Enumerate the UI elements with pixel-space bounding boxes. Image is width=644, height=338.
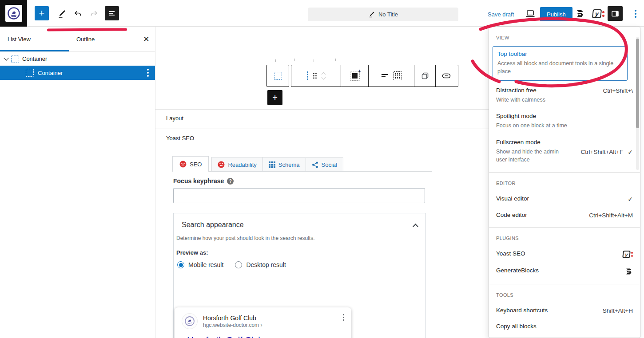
list-view-item-container-parent[interactable]: Container (0, 52, 155, 66)
shortcut-text: Ctrl+Shift+\ (603, 87, 633, 94)
layout-panel-header[interactable]: Layout (166, 115, 183, 122)
generateblocks-icon (625, 267, 633, 275)
redo-icon (89, 9, 99, 19)
select-parent-container-button[interactable] (267, 65, 289, 86)
duplicate-button[interactable] (421, 72, 429, 80)
radio-unselected-icon (235, 261, 242, 268)
radio-desktop-result[interactable]: Desktop result (235, 261, 286, 268)
yoast-tab-readability[interactable]: Readability (211, 157, 262, 172)
yoast-tabs: SEO Readability Schema (172, 156, 432, 172)
menu-item-top-toolbar[interactable]: Top toolbar Access all block and documen… (493, 46, 628, 81)
google-preview-card: Horsforth Golf Club hgc.website-doctor.c… (175, 307, 351, 338)
laptop-icon (525, 9, 536, 19)
container-block-icon (307, 71, 308, 80)
chevron-up-icon (413, 224, 418, 229)
search-appearance-description: Determine how your post should look in t… (174, 232, 425, 241)
preview-button[interactable] (524, 8, 537, 20)
menu-item-generateblocks[interactable]: GenerateBlocks (489, 263, 640, 280)
block-toolbar: + (291, 65, 458, 87)
shortcut-text: Shift+Alt+H (603, 307, 633, 314)
chevron-down-icon (4, 55, 8, 60)
undo-button[interactable] (71, 7, 84, 20)
menu-section-title: VIEW (489, 31, 640, 45)
container-block-icon (11, 55, 19, 63)
menu-item-distraction-free[interactable]: Distraction free Write with calmness Ctr… (489, 83, 640, 108)
list-item-options-icon[interactable] (147, 69, 149, 77)
yoast-icon: y (623, 251, 633, 258)
alignment-button[interactable] (381, 72, 389, 80)
radio-selected-icon (177, 261, 184, 268)
menu-item-fullscreen-mode[interactable]: Fullscreen mode Show and hide the admin … (489, 134, 640, 168)
close-icon: ✕ (143, 35, 149, 44)
list-view-item-container-selected[interactable]: Container (0, 66, 155, 80)
yoast-seo-panel-header[interactable]: Yoast SEO (166, 135, 194, 141)
generateblocks-toolbar-button[interactable] (573, 8, 587, 20)
document-title-field[interactable]: No Title (308, 8, 458, 21)
spacing-button[interactable] (393, 71, 402, 80)
focus-keyphrase-input[interactable] (173, 188, 425, 203)
document-overview-button[interactable] (105, 6, 119, 20)
save-draft-button[interactable]: Save draft (488, 11, 514, 18)
divider (155, 129, 489, 129)
preview-options-icon (343, 314, 344, 321)
quill-icon (368, 11, 375, 18)
block-parent-toolbar (266, 65, 289, 87)
yoast-tab-social[interactable]: Social (306, 157, 343, 172)
menu-item-spotlight-mode[interactable]: Spotlight mode Focus on one block at a t… (489, 108, 640, 134)
preview-url: hgc.website-doctor.com › (203, 322, 262, 328)
menu-item-help[interactable]: Help (489, 334, 640, 338)
redo-button[interactable] (87, 7, 101, 20)
add-block-button[interactable]: + (267, 90, 282, 105)
check-icon: ✓ (628, 196, 633, 203)
drag-handle[interactable] (312, 72, 318, 79)
readability-score-sad-icon (218, 161, 225, 168)
yoast-icon: y (592, 9, 604, 18)
pen-icon (57, 9, 66, 18)
preview-as-radios: Mobile result Desktop result (174, 256, 425, 268)
container-block-type-button[interactable] (307, 72, 308, 80)
search-appearance-header[interactable]: Search appearance (174, 213, 425, 232)
close-list-view-button[interactable]: ✕ (138, 27, 155, 51)
list-view-item-label: Container (22, 55, 47, 62)
menu-item-keyboard-shortcuts[interactable]: Keyboard shortcuts Shift+Alt+H (489, 303, 640, 318)
add-container-button[interactable]: + (350, 71, 360, 81)
sidebar-toggle-icon (611, 10, 619, 18)
share-icon (312, 161, 318, 168)
golf-club-crest-icon (7, 7, 20, 20)
container-block-icon (274, 72, 282, 80)
menu-item-visual-editor[interactable]: Visual editor ✓ (489, 191, 640, 207)
plus-icon: + (358, 68, 361, 74)
yoast-tab-schema[interactable]: Schema (262, 157, 306, 172)
duplicate-icon (421, 72, 429, 80)
edit-tool-button[interactable] (55, 7, 68, 20)
menu-section-view: VIEW Top toolbar Access all block and do… (489, 27, 640, 173)
annotation-red-underline (47, 28, 127, 31)
radio-mobile-result[interactable]: Mobile result (177, 261, 223, 268)
help-icon[interactable]: ? (227, 178, 234, 185)
link-icon (442, 72, 451, 79)
menu-scrollbar-thumb[interactable] (636, 39, 639, 128)
generateblocks-icon (575, 9, 585, 19)
site-icon-button[interactable] (0, 0, 27, 27)
container-block-icon (26, 69, 34, 77)
link-button[interactable] (442, 72, 451, 79)
menu-section-title: TOOLS (489, 288, 640, 303)
settings-sidebar-toggle-button[interactable] (608, 6, 623, 21)
menu-item-code-editor[interactable]: Code editor Ctrl+Shift+Alt+M (489, 207, 640, 223)
yoast-toolbar-button[interactable]: y (591, 8, 605, 19)
undo-icon (73, 9, 83, 19)
block-mover[interactable] (322, 73, 325, 79)
divider (155, 109, 489, 110)
menu-section-title: EDITOR (489, 177, 640, 191)
options-menu-button[interactable] (630, 8, 641, 20)
menu-item-yoast-seo[interactable]: Yoast SEO y (489, 246, 640, 263)
preview-title-link[interactable]: - Horsforth Golf Club (182, 335, 344, 338)
site-logo (5, 5, 22, 22)
block-inserter-button[interactable]: + (35, 6, 49, 20)
drag-dots-icon (312, 72, 318, 79)
menu-item-copy-all-blocks[interactable]: Copy all blocks (489, 318, 640, 334)
list-view-item-label: Container (38, 70, 63, 76)
yoast-tab-seo[interactable]: SEO (172, 156, 209, 172)
list-view-icon (108, 9, 116, 17)
publish-button[interactable]: Publish (540, 7, 572, 21)
